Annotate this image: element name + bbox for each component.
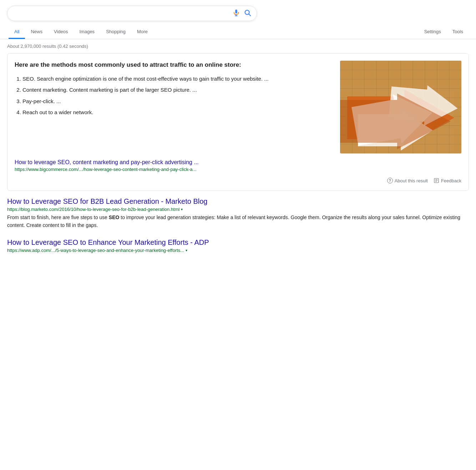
result-title-link[interactable]: How to Leverage SEO to Enhance Your Mark… bbox=[7, 238, 469, 247]
tab-images[interactable]: Images bbox=[74, 25, 100, 39]
svg-line-4 bbox=[249, 14, 250, 16]
result-url-row: https://blog.marketo.com/2016/10/how-to-… bbox=[7, 207, 469, 212]
search-bar-row: how to leverage SEO bbox=[7, 6, 469, 21]
search-box[interactable]: how to leverage SEO bbox=[7, 6, 257, 21]
list-item: Reach out to a wider network. bbox=[22, 108, 333, 117]
flag-icon bbox=[434, 178, 439, 183]
nav-right: Settings Tools bbox=[419, 25, 469, 39]
nav-tabs: All News Videos Images Shopping More Set… bbox=[7, 25, 469, 39]
feedback-button[interactable]: Feedback bbox=[434, 178, 461, 183]
tab-videos[interactable]: Videos bbox=[48, 25, 74, 39]
search-results: How to Leverage SEO for B2B Lead Generat… bbox=[0, 197, 476, 253]
list-item: Content marketing. Content marketing is … bbox=[22, 85, 333, 95]
result-title-link[interactable]: How to Leverage SEO for B2B Lead Generat… bbox=[7, 197, 469, 206]
result-url: https://blog.marketo.com/2016/10/how-to-… bbox=[7, 207, 179, 212]
tab-settings[interactable]: Settings bbox=[419, 25, 447, 39]
search-icons bbox=[232, 9, 252, 18]
card-footer: ? About this result Feedback bbox=[15, 176, 461, 183]
tab-shopping[interactable]: Shopping bbox=[100, 25, 131, 39]
svg-rect-0 bbox=[235, 10, 237, 14]
tab-news[interactable]: News bbox=[25, 25, 48, 39]
result-item: How to Leverage SEO for B2B Lead Generat… bbox=[7, 197, 469, 229]
list-item: Pay-per-click. ... bbox=[22, 97, 333, 106]
about-result-button[interactable]: ? About this result bbox=[387, 178, 428, 183]
about-result-label: About this result bbox=[395, 178, 428, 183]
question-icon: ? bbox=[387, 178, 393, 183]
result-url: https://www.adp.com/.../5-ways-to-levera… bbox=[7, 248, 184, 253]
featured-result-url: https://www.bigcommerce.com/.../how-leve… bbox=[15, 167, 196, 172]
result-snippet: From start to finish, here are five step… bbox=[7, 213, 469, 229]
tab-more[interactable]: More bbox=[131, 25, 153, 39]
feedback-label: Feedback bbox=[441, 178, 461, 183]
search-input[interactable]: how to leverage SEO bbox=[12, 10, 232, 17]
featured-snippet-title: Here are the methods most commonly used … bbox=[15, 61, 333, 69]
result-item: How to Leverage SEO to Enhance Your Mark… bbox=[7, 238, 469, 253]
result-url-row: https://www.adp.com/.../5-ways-to-levera… bbox=[7, 248, 469, 253]
featured-snippet-card: Here are the methods most commonly used … bbox=[7, 53, 469, 191]
tab-all[interactable]: All bbox=[9, 25, 25, 39]
result-dropdown-arrow[interactable]: ▾ bbox=[181, 207, 183, 211]
results-meta: About 2,970,000 results (0.42 seconds) bbox=[0, 39, 476, 53]
featured-snippet-list: SEO. Search engine optimization is one o… bbox=[15, 74, 333, 117]
featured-snippet-image bbox=[340, 61, 461, 153]
search-button[interactable] bbox=[244, 9, 252, 18]
featured-link-row: How to leverage SEO, content marketing a… bbox=[15, 159, 461, 172]
result-dropdown-arrow[interactable]: ▾ bbox=[186, 248, 187, 252]
list-item: SEO. Search engine optimization is one o… bbox=[22, 74, 333, 84]
tab-tools[interactable]: Tools bbox=[447, 25, 469, 39]
featured-result-link[interactable]: How to leverage SEO, content marketing a… bbox=[15, 159, 461, 166]
search-header: how to leverage SEO bbox=[0, 0, 476, 39]
mic-icon[interactable] bbox=[232, 9, 240, 18]
featured-text: Here are the methods most commonly used … bbox=[15, 61, 333, 153]
featured-content-row: Here are the methods most commonly used … bbox=[15, 61, 461, 153]
